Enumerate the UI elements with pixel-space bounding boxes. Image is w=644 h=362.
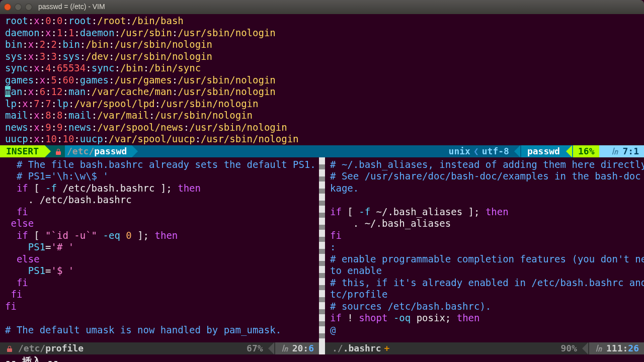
code-line: # ~/.bash_aliases, instead of adding the… [330,159,639,171]
passwd-line: news:x:9:9:news:/var/spool/news:/usr/sbi… [5,122,639,134]
window-titlebar: passwd = (/etc) - VIM [0,0,644,14]
code-line: if ! shopt -oq posix; then [330,312,639,324]
code-line: if [ -f ~/.bash_aliases ]; then [330,206,639,218]
code-line [330,194,639,206]
window-minimize-button[interactable] [15,4,22,11]
readonly-lock-icon [0,342,17,354]
vertical-split-divider[interactable] [319,157,325,342]
passwd-line: man:x:6:12:man:/var/cache/man:/usr/sbin/… [5,86,639,98]
code-line: fi [5,289,314,301]
passwd-line: uucp:x:10:10:uucp:/var/spool/uucp:/usr/s… [5,133,639,145]
passwd-line: bin:x:2:2:bin:/bin:/usr/sbin/nologin [5,39,639,51]
code-line: kage. [330,183,639,195]
command-line[interactable]: -- 插入 -- [0,354,644,363]
code-line [5,312,314,324]
buffer-path: /etc/profile [17,342,88,354]
code-line: # The default umask is now handled by pa… [5,324,314,336]
mode-indicator: INSERT [0,145,45,157]
editor-pane-passwd[interactable]: root:x:0:0:root:/root:/bin/bashdaemon:x:… [0,14,644,145]
position-indicator: ㏑7:1 [599,145,644,157]
code-line: # See /usr/share/doc/bash-doc/examples i… [330,170,639,183]
code-line: fi [5,301,314,313]
code-line: fi [5,206,314,218]
window-maximize-button[interactable] [25,4,32,11]
code-line: @ [330,324,639,336]
percent-indicator: 16% [573,145,600,157]
code-line: to enable [330,265,639,277]
filetype-indicator: passwd [521,145,566,157]
passwd-line: sync:x:4:65534:sync:/bin:/bin/sync [5,62,639,74]
code-line: # The file bash.bashrc already sets the … [5,159,314,171]
passwd-line: daemon:x:1:1:daemon:/usr/sbin:/usr/sbin/… [5,27,639,39]
code-line: if [ "`id -u`" -eq 0 ]; then [5,230,314,242]
percent-indicator: 67% [242,342,268,354]
passwd-line: games:x:5:60:games:/usr/games:/usr/sbin/… [5,74,639,86]
code-line: fi [5,277,314,289]
code-line: : [330,241,639,253]
code-line: # this, if it's already enabled in /etc/… [330,277,639,289]
code-line: # enable programmable completion feature… [330,253,639,265]
readonly-lock-icon [52,145,65,157]
statusline-passwd: INSERT /etc/passwd unix❮utf-8 passwd 16%… [0,145,644,157]
code-line: # PS1='\h:\w\$ ' [5,170,314,183]
code-line: if [ -f /etc/bash.bashrc ]; then [5,183,314,195]
editor-pane-bashrc[interactable]: # ~/.bash_aliases, instead of adding the… [325,157,644,342]
modified-indicator: + [381,343,390,353]
encoding-indicator: unix❮utf-8 [444,145,514,157]
window-close-button[interactable] [4,4,11,11]
position-indicator: ㏑111:26 [589,342,644,354]
code-line: else [5,253,314,265]
buffer-path: /etc/passwd [65,145,132,157]
code-line: # sources /etc/bash.bashrc). [330,301,639,313]
code-line: . ~/.bash_aliases [330,218,639,230]
vertical-split-divider[interactable] [319,342,325,354]
code-line: . /etc/bash.bashrc [5,194,314,206]
code-line: PS1='$ ' [5,265,314,277]
editor-pane-profile[interactable]: # The file bash.bashrc already sets the … [0,157,319,342]
passwd-line: sys:x:3:3:sys:/dev:/usr/sbin/nologin [5,51,639,63]
passwd-line: mail:x:8:8:mail:/var/mail:/usr/sbin/nolo… [5,110,639,122]
code-line: PS1='# ' [5,241,314,253]
position-indicator: ㏑20:6 [275,342,319,354]
buffer-path: ./.bashrc+ [325,342,393,354]
percent-indicator: 90% [555,342,582,354]
statusline-profile: /etc/profile 67% ㏑20:6 [0,342,319,354]
code-line: fi [330,230,639,242]
passwd-line: root:x:0:0:root:/root:/bin/bash [5,15,639,27]
code-line: tc/profile [330,289,639,301]
statusline-bashrc: ./.bashrc+ 90% ㏑111:26 [325,342,644,354]
passwd-line: lp:x:7:7:lp:/var/spool/lpd:/usr/sbin/nol… [5,98,639,110]
code-line: else [5,218,314,230]
window-title: passwd = (/etc) - VIM [38,1,105,13]
